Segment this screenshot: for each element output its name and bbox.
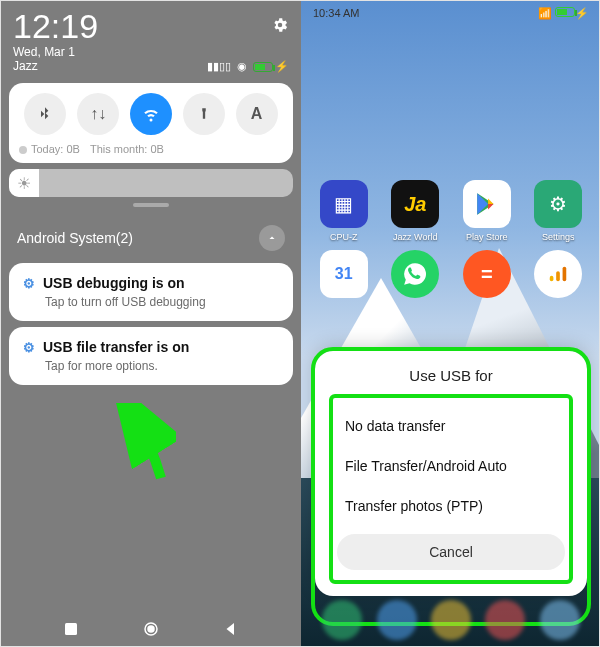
usb-options-sheet: Use USB for No data transfer File Transf… bbox=[315, 351, 587, 596]
app-row-2: 31 = bbox=[301, 242, 600, 302]
notification-group-header[interactable]: Android System(2) bbox=[1, 213, 301, 257]
cancel-button[interactable]: Cancel bbox=[337, 534, 565, 570]
quick-settings-panel: ↑↓ A Today: 0B This month: 0B bbox=[9, 83, 293, 163]
data-month: This month: 0B bbox=[90, 143, 164, 155]
qs-wifi-toggle[interactable] bbox=[130, 93, 172, 135]
collapse-chevron-icon[interactable] bbox=[259, 225, 285, 251]
battery-icon: ⚡ bbox=[253, 60, 289, 73]
signal-icon: ▮▮▯▯ bbox=[207, 60, 231, 73]
phone-right-home-with-dialog: 10:34 AM 📶 ⚡ ▦CPU-Z JaJazz World Play St… bbox=[301, 1, 600, 647]
svg-rect-0 bbox=[65, 623, 77, 635]
shade-drag-handle[interactable] bbox=[133, 203, 169, 207]
option-no-data-transfer[interactable]: No data transfer bbox=[337, 406, 565, 446]
dock-blurred bbox=[315, 598, 587, 642]
nav-home-button[interactable] bbox=[142, 620, 160, 642]
app-row-1: ▦CPU-Z JaJazz World Play Store ⚙Settings bbox=[301, 26, 600, 242]
status-time: 10:34 AM bbox=[313, 7, 359, 20]
quick-settings-row: ↑↓ A bbox=[19, 93, 283, 135]
carrier: Jazz bbox=[13, 59, 98, 73]
notif-subtitle: Tap for more options. bbox=[45, 359, 279, 373]
gear-icon: ⚙ bbox=[23, 340, 35, 355]
sheet-title: Use USB for bbox=[329, 367, 573, 384]
app-analytics[interactable] bbox=[532, 250, 584, 302]
status-bar: 10:34 AM 📶 ⚡ bbox=[301, 1, 600, 26]
data-today: Today: 0B bbox=[19, 143, 80, 155]
qs-fontsize-toggle[interactable]: A bbox=[236, 93, 278, 135]
navigation-bar bbox=[1, 620, 301, 642]
app-settings[interactable]: ⚙Settings bbox=[532, 180, 584, 242]
app-cpuz[interactable]: ▦CPU-Z bbox=[318, 180, 370, 242]
qs-flashlight-toggle[interactable] bbox=[183, 93, 225, 135]
status-bar: 12:19 Wed, Mar 1 Jazz ▮▮▯▯ ◉ ⚡ bbox=[1, 1, 301, 73]
svg-rect-3 bbox=[550, 276, 554, 282]
notif-title-text: USB file transfer is on bbox=[43, 339, 189, 355]
status-right-cluster: ▮▮▯▯ ◉ ⚡ bbox=[207, 16, 289, 73]
notif-subtitle: Tap to turn off USB debugging bbox=[45, 295, 279, 309]
qs-bluetooth-toggle[interactable] bbox=[24, 93, 66, 135]
clock: 12:19 bbox=[13, 9, 98, 43]
clock-block: 12:19 Wed, Mar 1 Jazz bbox=[13, 9, 98, 73]
nav-back-button[interactable] bbox=[222, 620, 240, 642]
qs-data-toggle[interactable]: ↑↓ bbox=[77, 93, 119, 135]
app-playstore[interactable]: Play Store bbox=[461, 180, 513, 242]
brightness-slider[interactable]: ☀ bbox=[9, 169, 293, 197]
highlighted-options-box: No data transfer File Transfer/Android A… bbox=[329, 394, 573, 584]
brightness-thumb-icon: ☀ bbox=[9, 169, 39, 197]
svg-rect-4 bbox=[556, 271, 560, 281]
data-usage-row: Today: 0B This month: 0B bbox=[19, 143, 283, 155]
status-icons: 📶 ⚡ bbox=[538, 7, 589, 20]
app-jazzworld[interactable]: JaJazz World bbox=[389, 180, 441, 242]
app-calendar[interactable]: 31 bbox=[318, 250, 370, 302]
app-whatsapp[interactable] bbox=[389, 250, 441, 302]
date: Wed, Mar 1 bbox=[13, 45, 98, 59]
nav-recents-button[interactable] bbox=[62, 620, 80, 642]
phone-left-notification-shade: 12:19 Wed, Mar 1 Jazz ▮▮▯▯ ◉ ⚡ ↑↓ A Toda… bbox=[1, 1, 301, 647]
notification-usb-debugging[interactable]: ⚙USB debugging is on Tap to turn off USB… bbox=[9, 263, 293, 321]
option-file-transfer[interactable]: File Transfer/Android Auto bbox=[337, 446, 565, 486]
svg-rect-5 bbox=[563, 267, 567, 282]
notif-title-text: USB debugging is on bbox=[43, 275, 185, 291]
svg-point-2 bbox=[148, 626, 154, 632]
annotation-arrow-icon bbox=[116, 403, 176, 483]
wifi-icon: ◉ bbox=[237, 60, 247, 73]
option-ptp[interactable]: Transfer photos (PTP) bbox=[337, 486, 565, 526]
settings-gear-icon[interactable] bbox=[271, 16, 289, 34]
gear-icon: ⚙ bbox=[23, 276, 35, 291]
group-title: Android System(2) bbox=[17, 230, 133, 246]
app-orange[interactable]: = bbox=[461, 250, 513, 302]
notification-usb-file-transfer[interactable]: ⚙USB file transfer is on Tap for more op… bbox=[9, 327, 293, 385]
